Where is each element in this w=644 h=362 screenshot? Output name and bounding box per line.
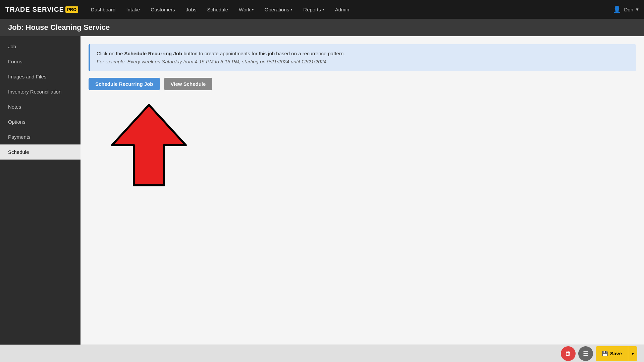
arrow-indicator (89, 98, 636, 189)
delete-button[interactable]: 🗑 (561, 346, 576, 361)
main-content: Click on the Schedule Recurring Job butt… (80, 36, 644, 345)
action-buttons: Schedule Recurring Job View Schedule (89, 78, 636, 90)
trash-icon: 🗑 (565, 350, 571, 357)
page-title: Job: House Cleaning Service (8, 23, 110, 32)
nav-reports[interactable]: Reports ▾ (299, 4, 329, 15)
up-arrow-graphic (109, 102, 189, 189)
nav-intake[interactable]: Intake (121, 4, 145, 15)
work-dropdown-arrow: ▾ (252, 7, 254, 12)
view-schedule-button[interactable]: View Schedule (164, 78, 213, 90)
info-text: Click on the Schedule Recurring Job butt… (97, 50, 629, 58)
list-icon: ☰ (583, 350, 588, 357)
nav-work[interactable]: Work ▾ (234, 4, 259, 15)
user-icon: 👤 (613, 5, 621, 13)
info-bold: Schedule Recurring Job (124, 51, 182, 56)
bottom-bar: 🗑 ☰ 💾 Save ▾ (0, 345, 644, 362)
nav-admin[interactable]: Admin (330, 4, 354, 15)
sidebar-item-forms[interactable]: Forms (0, 54, 80, 69)
nav-operations[interactable]: Operations ▾ (260, 4, 297, 15)
logo-pro-badge: PRO (65, 6, 78, 13)
sidebar: Job Forms Images and Files Inventory Rec… (0, 36, 80, 345)
nav-dashboard[interactable]: Dashboard (86, 4, 120, 15)
nav-schedule[interactable]: Schedule (203, 4, 233, 15)
reports-dropdown-arrow: ▾ (322, 7, 324, 12)
save-dropdown-button[interactable]: ▾ (628, 346, 637, 361)
user-name: Don (624, 7, 633, 12)
logo[interactable]: TRADE SERVICE PRO (5, 6, 78, 13)
top-navigation: TRADE SERVICE PRO Dashboard Intake Custo… (0, 0, 644, 19)
nav-customers[interactable]: Customers (146, 4, 180, 15)
user-menu[interactable]: 👤 Don ▾ (613, 5, 639, 13)
info-example: For example: Every week on Saturday from… (97, 58, 629, 66)
logo-text: TRADE SERVICE (5, 6, 64, 13)
list-button[interactable]: ☰ (578, 346, 593, 361)
sidebar-item-payments[interactable]: Payments (0, 129, 80, 144)
info-banner: Click on the Schedule Recurring Job butt… (89, 44, 636, 71)
save-button-group: 💾 Save ▾ (596, 346, 637, 361)
user-dropdown-arrow: ▾ (636, 6, 639, 12)
sidebar-item-inventory-reconciliation[interactable]: Inventory Reconciliation (0, 84, 80, 99)
operations-dropdown-arrow: ▾ (290, 7, 292, 12)
schedule-recurring-job-button[interactable]: Schedule Recurring Job (89, 78, 160, 90)
nav-jobs[interactable]: Jobs (181, 4, 201, 15)
page-title-bar: Job: House Cleaning Service (0, 19, 644, 36)
save-dropdown-arrow: ▾ (632, 351, 634, 356)
sidebar-item-schedule[interactable]: Schedule (0, 144, 80, 160)
main-layout: Job Forms Images and Files Inventory Rec… (0, 36, 644, 345)
save-icon: 💾 (602, 351, 608, 357)
nav-links: Dashboard Intake Customers Jobs Schedule… (86, 4, 613, 15)
save-button[interactable]: 💾 Save (596, 346, 628, 361)
svg-marker-0 (112, 105, 186, 185)
sidebar-item-images-and-files[interactable]: Images and Files (0, 69, 80, 84)
sidebar-item-options[interactable]: Options (0, 114, 80, 129)
sidebar-item-notes[interactable]: Notes (0, 99, 80, 114)
sidebar-item-job[interactable]: Job (0, 39, 80, 54)
